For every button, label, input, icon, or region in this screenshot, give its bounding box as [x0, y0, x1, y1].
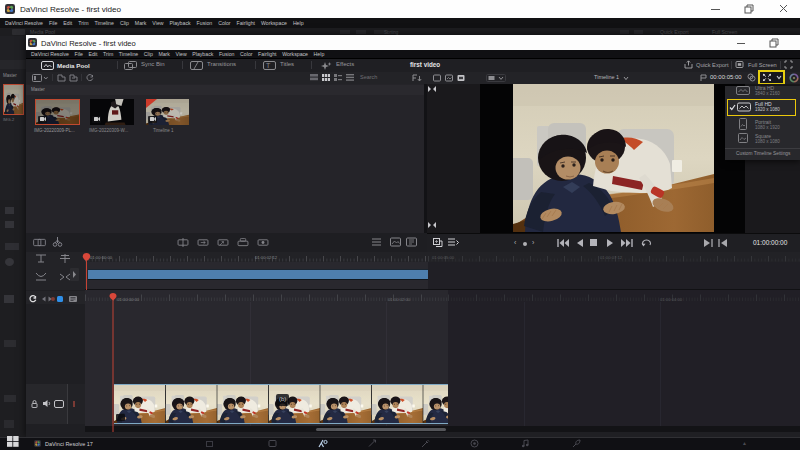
svg-text:T: T — [266, 62, 271, 69]
